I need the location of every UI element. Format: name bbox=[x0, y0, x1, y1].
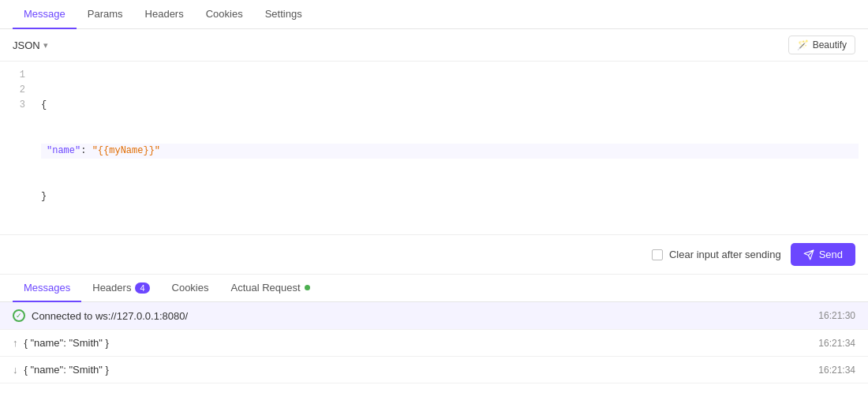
beautify-button[interactable]: 🪄 Beautify bbox=[788, 36, 855, 54]
code-line-1: { bbox=[41, 98, 859, 113]
send-row: Clear input after sending Send bbox=[0, 235, 868, 275]
clear-checkbox[interactable] bbox=[652, 249, 663, 260]
top-tab-bar: Message Params Headers Cookies Settings bbox=[0, 0, 868, 29]
incoming-text: { "name": "Smith" } bbox=[24, 364, 109, 376]
incoming-time: 16:21:34 bbox=[808, 365, 855, 376]
message-row-connected: ✓ Connected to ws://127.0.0.1:8080/ 16:2… bbox=[0, 302, 868, 330]
tab-cookies-label: Cookies bbox=[172, 282, 209, 294]
connected-time: 16:21:30 bbox=[808, 310, 855, 321]
code-key-2: "name" bbox=[47, 144, 80, 159]
bottom-tab-bar: Messages Headers 4 Cookies Actual Reques… bbox=[0, 275, 868, 302]
connected-icon: ✓ bbox=[13, 309, 25, 322]
code-colon-2: : bbox=[80, 144, 92, 159]
code-line-2: "name": "{{myName}}" bbox=[41, 144, 859, 159]
code-text-3: } bbox=[41, 189, 47, 204]
tab-messages[interactable]: Messages bbox=[13, 275, 81, 302]
connected-text: Connected to ws://127.0.0.1:8080/ bbox=[32, 310, 188, 322]
message-row-outgoing: ↑ { "name": "Smith" } 16:21:34 bbox=[0, 330, 868, 357]
clear-label-text: Clear input after sending bbox=[669, 249, 781, 260]
line-num-2: 2 bbox=[9, 83, 25, 98]
tab-headers[interactable]: Headers bbox=[134, 0, 195, 29]
tab-settings[interactable]: Settings bbox=[254, 0, 313, 29]
send-label: Send bbox=[819, 249, 843, 260]
editor-toolbar: JSON ▾ 🪄 Beautify bbox=[0, 29, 868, 62]
code-editor[interactable]: 1 2 3 { "name": "{{myName}}" } bbox=[0, 62, 868, 235]
chevron-down-icon: ▾ bbox=[43, 40, 48, 51]
send-button[interactable]: Send bbox=[791, 243, 855, 266]
tab-actual-request[interactable]: Actual Request bbox=[219, 275, 320, 302]
beautify-icon: 🪄 bbox=[797, 39, 809, 51]
actual-request-dot bbox=[305, 285, 310, 290]
code-content[interactable]: { "name": "{{myName}}" } bbox=[32, 62, 868, 234]
send-icon bbox=[803, 249, 814, 260]
tab-message[interactable]: Message bbox=[13, 0, 77, 29]
tab-cookies[interactable]: Cookies bbox=[161, 275, 220, 302]
tab-cookies[interactable]: Cookies bbox=[195, 0, 254, 29]
line-num-1: 1 bbox=[9, 68, 25, 83]
code-text-1: { bbox=[41, 98, 47, 113]
tab-headers[interactable]: Headers 4 bbox=[81, 275, 160, 302]
line-num-3: 3 bbox=[9, 98, 25, 113]
format-label: JSON bbox=[13, 39, 40, 51]
format-selector[interactable]: JSON ▾ bbox=[13, 39, 48, 51]
outgoing-time: 16:21:34 bbox=[808, 338, 855, 349]
tab-actual-request-label: Actual Request bbox=[230, 282, 300, 294]
message-left-connected: ✓ Connected to ws://127.0.0.1:8080/ bbox=[13, 309, 188, 322]
code-line-3: } bbox=[41, 189, 859, 204]
line-numbers: 1 2 3 bbox=[0, 62, 32, 234]
beautify-label: Beautify bbox=[813, 39, 847, 51]
tab-headers-label: Headers bbox=[92, 282, 131, 294]
tab-messages-label: Messages bbox=[24, 282, 70, 294]
headers-badge: 4 bbox=[135, 282, 149, 294]
arrow-down-icon: ↓ bbox=[13, 364, 18, 376]
message-row-incoming: ↓ { "name": "Smith" } 16:21:34 bbox=[0, 357, 868, 383]
tab-params[interactable]: Params bbox=[77, 0, 134, 29]
clear-label[interactable]: Clear input after sending bbox=[652, 249, 781, 260]
outgoing-text: { "name": "Smith" } bbox=[24, 337, 109, 349]
message-left-incoming: ↓ { "name": "Smith" } bbox=[13, 364, 109, 376]
message-left-outgoing: ↑ { "name": "Smith" } bbox=[13, 337, 109, 349]
code-value-2: "{{myName}}" bbox=[92, 144, 160, 159]
arrow-up-icon: ↑ bbox=[13, 337, 18, 349]
messages-list: ✓ Connected to ws://127.0.0.1:8080/ 16:2… bbox=[0, 302, 868, 383]
